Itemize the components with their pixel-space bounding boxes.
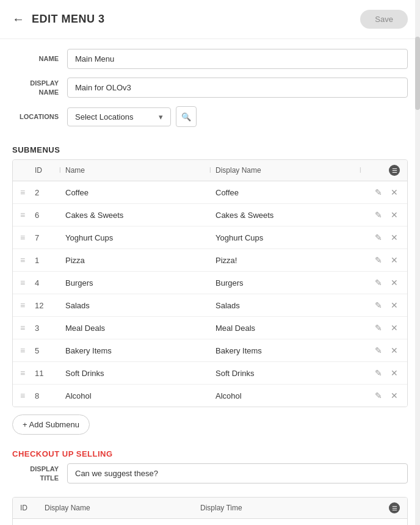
cell-id: 11 — [35, 369, 59, 378]
drag-handle[interactable]: ≡ — [20, 278, 35, 288]
cell-display-name: Alcohol — [215, 391, 360, 400]
cell-actions — [366, 278, 400, 288]
edit-icon[interactable] — [373, 300, 384, 310]
edit-icon[interactable] — [373, 346, 384, 355]
add-submenu-button[interactable]: + Add Submenu — [12, 415, 90, 435]
cell-id: 8 — [35, 391, 59, 400]
locations-controls: Select Locations ▾ 🔍 — [67, 106, 197, 127]
close-icon[interactable] — [389, 300, 400, 310]
close-icon[interactable] — [389, 346, 400, 355]
hamburger-icon: ≡ — [20, 323, 25, 333]
table-row: ≡ 11 Soft Drinks Soft Drinks — [13, 362, 407, 385]
edit-icon[interactable] — [373, 210, 384, 220]
upsell-time-col-header: Display Time — [200, 504, 356, 512]
cell-actions — [366, 187, 400, 197]
cell-actions — [366, 300, 400, 310]
close-icon[interactable] — [389, 278, 400, 288]
upsell-id-col-header: ID — [20, 504, 45, 512]
checkout-form: DISPLAY TITLE — [0, 463, 420, 497]
cell-actions — [366, 346, 400, 355]
cell-name: Yoghurt Cups — [65, 233, 209, 242]
submenus-rows: ≡ 2 Coffee Coffee ≡ 6 Cakes & Sweets Cak… — [13, 181, 407, 407]
sep1-col-header: l — [59, 166, 65, 175]
close-icon[interactable] — [389, 391, 400, 400]
cell-display-name: Salads — [215, 301, 360, 310]
hamburger-icon: ≡ — [20, 368, 25, 378]
locations-label: LOCATIONS — [12, 112, 67, 121]
hamburger-icon: ≡ — [20, 300, 25, 310]
cell-display-name: Soft Drinks — [215, 369, 360, 378]
edit-icon[interactable] — [373, 278, 384, 288]
cell-actions — [366, 323, 400, 333]
search-button[interactable]: 🔍 — [176, 106, 197, 127]
edit-icon[interactable] — [373, 391, 384, 400]
cell-id: 2 — [35, 188, 59, 197]
display-name-input[interactable] — [67, 78, 408, 98]
upsells-rows: 76 Upsells At All Times — [13, 519, 407, 525]
sort-icon: ☰ — [389, 165, 400, 176]
edit-icon[interactable] — [373, 255, 384, 265]
cell-id: 6 — [35, 211, 59, 220]
cell-name: Bakery Items — [65, 346, 209, 355]
drag-handle[interactable]: ≡ — [20, 255, 35, 265]
hamburger-icon: ≡ — [20, 255, 25, 265]
table-row: ≡ 6 Cakes & Sweets Cakes & Sweets — [13, 204, 407, 226]
scrollbar[interactable] — [415, 0, 420, 525]
close-icon[interactable] — [389, 187, 400, 197]
cell-display-name: Cakes & Sweets — [215, 211, 360, 220]
scrollbar-thumb[interactable] — [415, 37, 420, 110]
table-row: ≡ 3 Meal Deals Meal Deals — [13, 317, 407, 339]
display-name-col-header: Display Name — [215, 166, 360, 175]
table-row: ≡ 1 Pizza Pizza! — [13, 249, 407, 272]
table-row: ≡ 2 Coffee Coffee — [13, 181, 407, 204]
hamburger-icon: ≡ — [20, 233, 25, 242]
close-icon[interactable] — [389, 210, 400, 220]
cell-name: Alcohol — [65, 391, 209, 400]
name-col-header: Name — [65, 166, 209, 175]
cell-actions — [366, 233, 400, 242]
close-icon[interactable] — [389, 323, 400, 333]
close-icon[interactable] — [389, 255, 400, 265]
drag-handle[interactable]: ≡ — [20, 187, 35, 197]
page-title: EDIT MENU 3 — [32, 13, 105, 26]
cell-name: Coffee — [65, 188, 209, 197]
edit-icon[interactable] — [373, 233, 384, 242]
cell-id: 5 — [35, 346, 59, 355]
display-title-input[interactable] — [67, 463, 408, 483]
id-col-header: ID — [35, 166, 59, 175]
hamburger-icon: ≡ — [20, 187, 25, 197]
drag-handle[interactable]: ≡ — [20, 300, 35, 310]
submenus-table: ID l Name l Display Name l ☰ ≡ 2 Coffee … — [12, 159, 408, 407]
drag-handle[interactable]: ≡ — [20, 210, 35, 220]
hamburger-icon: ≡ — [20, 346, 25, 355]
cell-name: Soft Drinks — [65, 369, 209, 378]
upsell-sort-icon: ☰ — [389, 502, 400, 513]
drag-handle[interactable]: ≡ — [20, 368, 35, 378]
cell-actions — [366, 368, 400, 378]
cell-actions — [366, 255, 400, 265]
search-icon: 🔍 — [181, 112, 191, 121]
edit-icon[interactable] — [373, 323, 384, 333]
drag-handle[interactable]: ≡ — [20, 323, 35, 333]
back-button[interactable]: ← — [12, 12, 24, 26]
name-label: NAME — [12, 54, 67, 63]
drag-handle[interactable]: ≡ — [20, 391, 35, 400]
drag-handle[interactable]: ≡ — [20, 233, 35, 242]
name-input[interactable] — [67, 49, 408, 69]
cell-display-name: Bakery Items — [215, 346, 360, 355]
cell-display-name: Pizza! — [215, 256, 360, 265]
save-button[interactable]: Save — [360, 10, 408, 29]
drag-handle[interactable]: ≡ — [20, 346, 35, 355]
cell-name: Salads — [65, 301, 209, 310]
table-row: ≡ 8 Alcohol Alcohol — [13, 385, 407, 407]
cell-name: Cakes & Sweets — [65, 211, 209, 220]
edit-icon[interactable] — [373, 187, 384, 197]
hamburger-icon: ≡ — [20, 210, 25, 220]
close-icon[interactable] — [389, 233, 400, 242]
checkout-section-title: CHECKOUT UP SELLING — [0, 442, 420, 463]
hamburger-icon: ≡ — [20, 278, 25, 288]
sep2-col-header: l — [209, 166, 215, 175]
locations-dropdown[interactable]: Select Locations ▾ — [67, 107, 171, 126]
edit-icon[interactable] — [373, 368, 384, 378]
close-icon[interactable] — [389, 368, 400, 378]
